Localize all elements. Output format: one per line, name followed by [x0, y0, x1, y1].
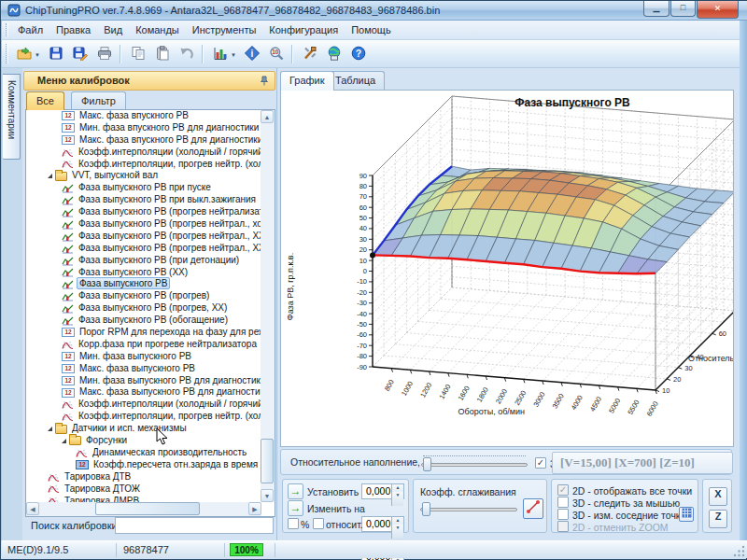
- menu-2[interactable]: Вид: [97, 21, 129, 35]
- edit-curve-button[interactable]: [523, 498, 543, 519]
- toolbar-find-number-button[interactable]: 10: [265, 43, 288, 65]
- tree-vscrollbar[interactable]: ▲ ▼: [261, 110, 275, 502]
- toolbar-print-button[interactable]: [93, 43, 116, 65]
- toolbar-paste-button[interactable]: [151, 43, 174, 65]
- tree-item[interactable]: 12Макс. фаза выпускного РВ: [26, 364, 260, 376]
- tree-item[interactable]: 12Мин. фаза впускного РВ для диагностики: [26, 123, 260, 135]
- calibration-tree[interactable]: 12Макс. фаза впускного РВ12Мин. фаза впу…: [25, 109, 275, 517]
- menu-6[interactable]: Помощь: [345, 21, 398, 35]
- maximize-button[interactable]: □: [670, 1, 696, 17]
- tab-graph[interactable]: График: [280, 71, 334, 91]
- svg-text:Обороты, об/мин: Обороты, об/мин: [458, 407, 525, 416]
- tree-item[interactable]: 12Макс. фаза впускного РВ: [26, 111, 260, 123]
- smoothing-slider[interactable]: [420, 508, 517, 511]
- svg-text:20: 20: [673, 375, 681, 384]
- relative-label: относит.: [326, 519, 363, 530]
- expand-icon[interactable]: [48, 174, 52, 178]
- 3d-checkbox[interactable]: ✓: [535, 457, 546, 469]
- spin-down-icon[interactable]: ▼: [391, 525, 403, 539]
- tab-all[interactable]: Все: [26, 91, 64, 110]
- dropdown-arrow-icon[interactable]: ▼: [35, 52, 40, 58]
- hscroll-thumb[interactable]: [95, 502, 200, 515]
- view-option-checkbox[interactable]: [557, 509, 569, 520]
- menu-grip[interactable]: [6, 23, 8, 36]
- tree-item[interactable]: 12Мин. фаза выпускного РВ: [26, 352, 260, 364]
- smoothing-slider-thumb[interactable]: [422, 502, 430, 516]
- fill-slider-thumb[interactable]: [423, 457, 431, 471]
- tree-item-label: Макс. фаза выпускного РВ: [78, 363, 197, 373]
- tab-filter[interactable]: Фильтр: [71, 91, 126, 110]
- surface-chart[interactable]: -90-80-70-60-50-40-30-20-100102030405060…: [280, 90, 734, 447]
- toolbar-save-as-button[interactable]: [69, 43, 92, 65]
- toolbar-globe-pc-button[interactable]: [323, 43, 345, 65]
- svg-text:50: 50: [359, 214, 367, 222]
- scroll-right-icon[interactable]: ▶: [248, 502, 261, 515]
- tree-item[interactable]: Тарировка ДТВ: [26, 472, 260, 484]
- menu-4[interactable]: Инструменты: [186, 21, 263, 35]
- tree-item[interactable]: 12Порог RPM для перехода на фазу для реж…: [26, 328, 260, 340]
- tree-item[interactable]: Фаза выпускного РВ (прогрев нейтрал., хо…: [26, 219, 260, 231]
- minimize-button[interactable]: ▁: [643, 1, 669, 17]
- tree-item[interactable]: 12Коэфф.пересчета отн.заряда в время впр…: [26, 460, 260, 472]
- view-option-checkbox[interactable]: [557, 497, 569, 508]
- calibration-panel-header[interactable]: Меню калибровок: [23, 71, 275, 91]
- scroll-down-icon[interactable]: ▼: [261, 489, 274, 502]
- svg-text:-60: -60: [357, 330, 367, 339]
- vscroll-thumb[interactable]: [261, 439, 274, 483]
- view-option-checkbox[interactable]: ✓: [557, 484, 569, 496]
- expand-icon[interactable]: [48, 427, 52, 431]
- tree-hscrollbar[interactable]: ◀ ▶: [26, 502, 261, 516]
- apply-change-button[interactable]: →: [288, 500, 303, 516]
- fill-slider[interactable]: [421, 463, 528, 467]
- menu-5[interactable]: Конфигурация: [262, 21, 345, 35]
- tree-item[interactable]: Фаза выпускного РВ (прогрев нейтрал., ХХ…: [26, 231, 260, 244]
- tree-item[interactable]: 12Макс. фаза впускного РВ для диагностик…: [26, 135, 260, 147]
- tab-table[interactable]: Таблица: [326, 71, 385, 91]
- toolbar-info-diamond-button[interactable]: i: [241, 43, 263, 65]
- curve-icon: [62, 340, 74, 350]
- scroll-left-icon[interactable]: ◀: [26, 502, 39, 515]
- toolbar-copy-button[interactable]: [127, 43, 149, 65]
- toolbar-save-button[interactable]: [45, 43, 67, 65]
- comments-side-tab[interactable]: Комментарии: [3, 74, 21, 160]
- x-axis-button[interactable]: X: [709, 487, 727, 506]
- map-icon: [62, 267, 74, 277]
- change-value-spinner[interactable]: 0,000▲▼: [361, 516, 404, 532]
- expand-icon[interactable]: [62, 439, 66, 443]
- surface-plot-svg[interactable]: -90-80-70-60-50-40-30-20-100102030405060…: [281, 91, 734, 447]
- toolbar-open-folder-button[interactable]: [13, 43, 35, 65]
- grid-select-button[interactable]: [679, 507, 694, 522]
- tree-item[interactable]: Коэфф.интерполяции (холодный / горячий ): [26, 147, 260, 160]
- set-value-spinner[interactable]: 0,000▲▼: [361, 483, 404, 499]
- tree-item[interactable]: Тарировка ДТОЖ: [26, 484, 260, 497]
- dropdown-arrow-icon[interactable]: ▼: [231, 52, 236, 58]
- search-input[interactable]: [115, 517, 274, 534]
- tree-item-label: Фаза выпускного РВ при выкл.зажигания: [77, 194, 258, 204]
- tree-item[interactable]: Корр.фаза при прогреве нейтрализатора: [26, 340, 260, 352]
- menu-0[interactable]: Файл: [11, 21, 49, 35]
- percent-checkbox[interactable]: [288, 518, 299, 529]
- tree-item[interactable]: Датчики и исп. механизмы: [26, 424, 260, 436]
- scroll-up-icon[interactable]: ▲: [261, 110, 274, 123]
- menu-1[interactable]: Правка: [49, 21, 97, 35]
- tree-item[interactable]: Форсунки: [26, 436, 260, 448]
- svg-text:70: 70: [359, 192, 367, 201]
- toolbar-tools-button[interactable]: [299, 43, 321, 65]
- title-bar[interactable]: ChipTuningPRO ver.7.4.8.969 - Antara32L_…: [1, 1, 747, 21]
- toolbar-help-button[interactable]: ?: [347, 43, 370, 65]
- view-option-checkbox[interactable]: [557, 521, 569, 532]
- toolbar-chart-button[interactable]: [209, 43, 232, 65]
- tree-item[interactable]: Фаза выпускного РВ (прогрев нейтрал., ХХ…: [26, 244, 260, 256]
- relative-checkbox[interactable]: [313, 518, 324, 529]
- pin-icon[interactable]: [260, 76, 269, 88]
- tree-item[interactable]: Динамическая производительность: [26, 448, 260, 460]
- close-button[interactable]: ✕: [697, 1, 739, 19]
- toolbar-undo-button[interactable]: [176, 43, 198, 65]
- tree-item[interactable]: Фаза выпускного РВ (при детонации): [26, 256, 260, 268]
- toolbar-grip[interactable]: [6, 44, 8, 63]
- z-axis-button[interactable]: Z: [709, 510, 727, 528]
- apply-set-button[interactable]: →: [288, 483, 303, 499]
- spin-down-icon[interactable]: ▼: [391, 492, 403, 506]
- menu-3[interactable]: Команды: [129, 21, 186, 35]
- resize-grip-icon[interactable]: [733, 545, 745, 557]
